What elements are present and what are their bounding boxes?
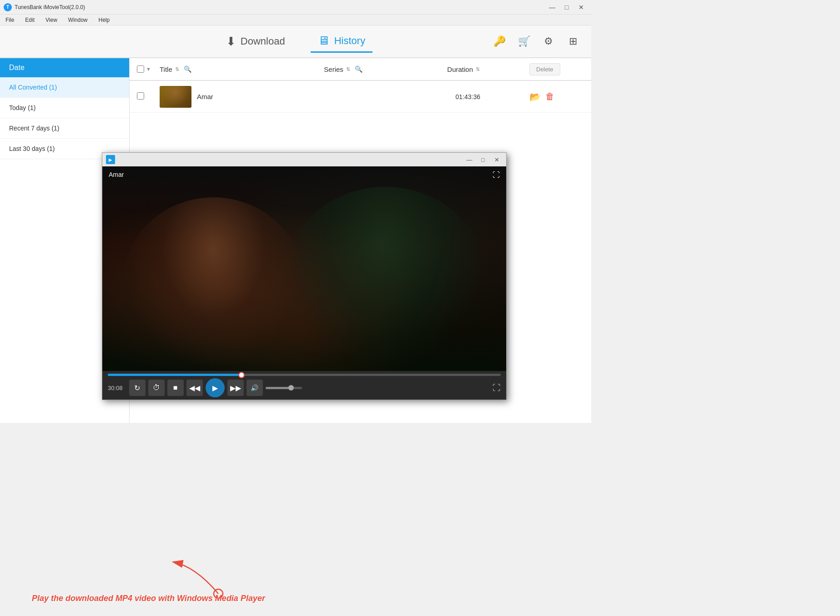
history-label: History xyxy=(334,35,365,47)
duration-sort-icon[interactable]: ⇅ xyxy=(476,66,480,72)
player-maximize-button[interactable]: □ xyxy=(477,155,489,165)
figure-right xyxy=(284,187,486,371)
row-thumbnail xyxy=(160,86,191,108)
title-bar: T TunesBank iMovieTool(2.0.0) — □ ✕ xyxy=(0,0,591,15)
series-sort-icon[interactable]: ⇅ xyxy=(346,66,350,72)
video-scene xyxy=(102,166,506,371)
player-titlebar: ▶ — □ ✕ xyxy=(102,153,506,166)
key-icon: 🔑 xyxy=(493,35,506,47)
progress-thumb[interactable] xyxy=(238,372,245,378)
volume-thumb xyxy=(288,385,294,391)
table-header: ▼ Title ⇅ 🔍 Series ⇅ 🔍 Duration ⇅ Delete xyxy=(130,58,591,81)
fullscreen-icon[interactable]: ⛶ xyxy=(493,383,501,393)
sort-chevron-icon: ▼ xyxy=(146,66,151,72)
key-button[interactable]: 🔑 xyxy=(490,32,508,50)
progress-bar[interactable] xyxy=(108,374,501,376)
cart-button[interactable]: 🛒 xyxy=(515,32,533,50)
row-actions: 📂 🗑 xyxy=(529,91,584,102)
sidebar-item-all-converted[interactable]: All Converted (1) xyxy=(0,77,129,98)
row-duration: 01:43:36 xyxy=(456,93,529,100)
stop-button[interactable]: ■ xyxy=(167,380,184,396)
series-column-header: Series ⇅ 🔍 xyxy=(324,65,447,73)
row-checkbox[interactable] xyxy=(137,92,144,100)
player-close-button[interactable]: ✕ xyxy=(491,155,503,165)
close-button[interactable]: ✕ xyxy=(575,2,588,12)
duration-label: Duration xyxy=(447,65,473,73)
series-label: Series xyxy=(324,65,343,73)
video-display: Amar ⛶ xyxy=(102,166,506,371)
menu-view[interactable]: View xyxy=(44,16,59,24)
menu-edit[interactable]: Edit xyxy=(23,16,36,24)
select-all-checkbox-container: ▼ xyxy=(137,65,160,73)
menu-help[interactable]: Help xyxy=(97,16,112,24)
title-search-icon[interactable]: 🔍 xyxy=(184,65,191,73)
settings-button[interactable]: ⚙ xyxy=(539,32,558,50)
menu-file[interactable]: File xyxy=(4,16,16,24)
window-controls: — □ ✕ xyxy=(546,2,588,12)
menu-window[interactable]: Window xyxy=(66,16,90,24)
expand-icon[interactable]: ⛶ xyxy=(493,171,500,179)
video-player: ▶ — □ ✕ Amar ⛶ 30:08 ↻ ⏱ ■ ◀◀ ▶ ▶▶ 🔊 xyxy=(102,152,507,400)
history-icon: 🖥 xyxy=(318,34,330,48)
tab-history[interactable]: 🖥 History xyxy=(311,30,372,53)
sidebar-header: Date xyxy=(0,58,129,77)
select-all-checkbox[interactable] xyxy=(137,65,144,73)
row-checkbox-container xyxy=(137,92,160,101)
player-app-icon: ▶ xyxy=(106,155,115,164)
toolbar-right: 🔑 🛒 ⚙ ⊞ xyxy=(490,32,582,50)
grid-button[interactable]: ⊞ xyxy=(564,32,582,50)
maximize-button[interactable]: □ xyxy=(560,2,573,12)
series-search-icon[interactable]: 🔍 xyxy=(355,65,362,73)
current-time: 30:08 xyxy=(108,385,123,391)
download-icon: ⬇ xyxy=(226,35,236,49)
volume-button[interactable]: 🔊 xyxy=(246,380,263,396)
player-progress-area xyxy=(102,371,506,376)
open-folder-icon[interactable]: 📂 xyxy=(529,91,541,102)
progress-fill xyxy=(108,374,241,376)
player-minimize-button[interactable]: — xyxy=(463,155,475,165)
toolbar: ⬇ Download 🖥 History 🔑 🛒 ⚙ ⊞ xyxy=(0,25,591,58)
app-icon: T xyxy=(4,3,12,11)
title-column-header: Title ⇅ 🔍 xyxy=(160,65,324,73)
video-scene-inner xyxy=(102,166,506,371)
rewind-button[interactable]: ◀◀ xyxy=(186,380,203,396)
sidebar-item-today[interactable]: Today (1) xyxy=(0,98,129,118)
play-button[interactable]: ▶ xyxy=(206,378,225,397)
tab-download[interactable]: ⬇ Download xyxy=(219,31,292,52)
minimize-button[interactable]: — xyxy=(546,2,558,12)
title-label: Title xyxy=(160,65,172,73)
cart-icon: 🛒 xyxy=(518,35,530,47)
table-row: Amar 01:43:36 📂 🗑 xyxy=(130,81,591,113)
forward-button[interactable]: ▶▶ xyxy=(227,380,244,396)
volume-slider[interactable] xyxy=(266,387,302,389)
actions-column-header: Delete xyxy=(529,63,584,75)
row-title: Amar xyxy=(197,93,345,100)
duration-column-header: Duration ⇅ xyxy=(447,65,529,73)
download-label: Download xyxy=(241,35,285,47)
delete-row-icon[interactable]: 🗑 xyxy=(545,91,554,102)
sidebar-item-recent-7[interactable]: Recent 7 days (1) xyxy=(0,118,129,139)
menu-bar: File Edit View Window Help xyxy=(0,15,591,25)
settings-icon: ⚙ xyxy=(544,35,553,47)
title-sort-icon[interactable]: ⇅ xyxy=(175,66,179,72)
figure-left xyxy=(122,197,304,371)
grid-icon: ⊞ xyxy=(569,35,577,47)
loop-button[interactable]: ↻ xyxy=(129,380,146,396)
video-title-overlay: Amar xyxy=(109,171,124,178)
timer-button[interactable]: ⏱ xyxy=(148,380,165,396)
app-title: TunesBank iMovieTool(2.0.0) xyxy=(15,4,546,10)
player-controls: 30:08 ↻ ⏱ ■ ◀◀ ▶ ▶▶ 🔊 ⛶ xyxy=(102,376,506,400)
toolbar-nav: ⬇ Download 🖥 History xyxy=(219,30,372,53)
delete-button[interactable]: Delete xyxy=(529,63,560,75)
